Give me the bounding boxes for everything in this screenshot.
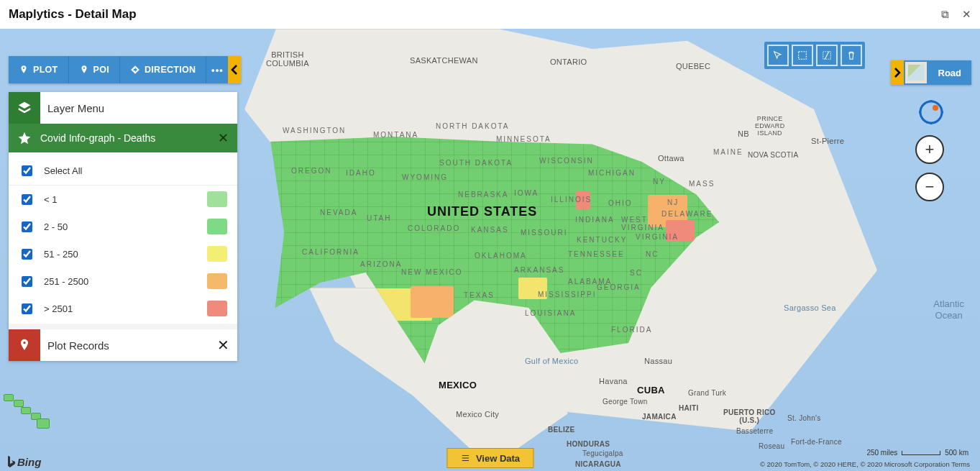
direction-button[interactable]: DIRECTION [120, 56, 206, 83]
label-atlantic: Atlantic Ocean [933, 298, 964, 321]
label-ottawa: Ottawa [658, 154, 684, 163]
legend-swatch [207, 301, 227, 316]
selection-tools [764, 42, 865, 69]
layer-header: Covid Info-graph - Deaths ✕ [9, 124, 237, 152]
titlebar: Maplytics - Detail Map ⧉ ✕ [0, 0, 980, 29]
select-cursor-button[interactable] [767, 45, 789, 66]
chevron-right-icon [894, 68, 901, 78]
style-label[interactable]: Road [928, 60, 972, 85]
legend-swatch [207, 191, 227, 207]
label-us: UNITED STATES [427, 204, 537, 219]
legend-checkbox[interactable] [22, 276, 32, 287]
zoom-in-button[interactable]: + [915, 135, 944, 164]
layer-menu-label: Layer Menu [40, 102, 104, 114]
bing-logo: Bing [6, 455, 41, 468]
label-pei: PRINCE EDWARD ISLAND [755, 115, 784, 137]
scale-bar: 250 miles 500 km [866, 449, 968, 457]
close-icon[interactable]: ✕ [962, 8, 971, 21]
legend-checkbox[interactable] [22, 194, 32, 205]
legend-swatch [207, 246, 227, 262]
legend-row[interactable]: > 2501 [9, 295, 237, 322]
select-marquee-button[interactable] [816, 45, 838, 66]
select-all-row[interactable]: Select All [9, 157, 237, 186]
svg-point-3 [933, 105, 938, 111]
legend-swatch [207, 219, 227, 234]
direction-icon [130, 65, 140, 75]
legend-checkbox[interactable] [22, 221, 32, 232]
legend-label: 2 - 50 [44, 221, 68, 232]
label-quebec: QUEBEC [676, 62, 710, 70]
legend-row[interactable]: 2 - 50 [9, 213, 237, 240]
window-controls: ⧉ ✕ [941, 8, 971, 21]
main-toolbar: PLOT POI DIRECTION ••• [9, 56, 241, 83]
bing-icon [6, 455, 16, 468]
legend: Select All < 1 2 - 50 51 - 250 251 - 250… [9, 152, 237, 324]
legend-label: < 1 [44, 194, 57, 205]
plot-records-label: Plot Records [40, 339, 209, 352]
label-stpierre: St-Pierre [811, 137, 844, 145]
label-nb: NB [738, 129, 749, 138]
layer-title: Covid Info-graph - Deaths [40, 132, 209, 144]
legend-swatch [207, 273, 227, 289]
plot-records-header[interactable]: Plot Records ✕ [9, 329, 237, 361]
zoom-out-button[interactable]: − [915, 173, 944, 201]
pin-icon [9, 329, 40, 361]
list-icon [460, 453, 470, 463]
window-title: Maplytics - Detail Map [9, 7, 137, 22]
chevron-left-icon [231, 65, 238, 75]
select-all-checkbox[interactable] [22, 165, 32, 176]
legend-label: 251 - 2500 [44, 276, 88, 287]
locate-button[interactable] [918, 99, 944, 125]
legend-checkbox[interactable] [22, 249, 32, 260]
label-sask: SASKATCHEWAN [410, 56, 478, 65]
label-bc: BRITISH COLUMBIA [266, 50, 309, 68]
map-style-picker: Road [891, 60, 972, 85]
restore-icon[interactable]: ⧉ [941, 8, 949, 21]
more-button[interactable]: ••• [206, 56, 228, 83]
style-thumb-road[interactable] [904, 60, 928, 85]
pin-icon [19, 65, 29, 75]
label-ns: NOVA SCOTIA [748, 151, 798, 159]
close-layer-button[interactable]: ✕ [209, 130, 237, 146]
layer-menu-header[interactable]: Layer Menu [9, 92, 237, 124]
svg-point-2 [920, 101, 942, 123]
legend-row[interactable]: 51 - 250 [9, 240, 237, 267]
view-data-button[interactable]: View Data [447, 448, 533, 468]
legend-label: 51 - 250 [44, 249, 78, 260]
close-plot-records-button[interactable]: ✕ [209, 337, 237, 354]
layers-icon [9, 92, 40, 124]
side-panel: Layer Menu Covid Info-graph - Deaths ✕ S… [9, 92, 237, 361]
collapse-toolbar-button[interactable] [228, 56, 241, 83]
delete-selection-button[interactable] [841, 45, 862, 66]
legend-row[interactable]: < 1 [9, 186, 237, 213]
legend-checkbox[interactable] [22, 303, 32, 314]
label-ontario: ONTARIO [550, 58, 587, 66]
expand-styles-button[interactable] [891, 60, 904, 85]
svg-rect-0 [799, 52, 807, 60]
select-all-label: Select All [44, 165, 82, 176]
select-rectangle-button[interactable] [792, 45, 813, 66]
app: BRITISH COLUMBIA SASKATCHEWAN ONTARIO QU… [0, 29, 980, 471]
pin-icon [79, 65, 89, 75]
plot-button[interactable]: PLOT [9, 56, 69, 83]
hawaii [4, 387, 50, 426]
legend-row[interactable]: 251 - 2500 [9, 267, 237, 295]
poi-button[interactable]: POI [69, 56, 120, 83]
star-icon [9, 131, 40, 145]
legend-label: > 2501 [44, 303, 73, 314]
map-copyright: © 2020 TomTom, © 2020 HERE, © 2020 Micro… [760, 460, 970, 468]
